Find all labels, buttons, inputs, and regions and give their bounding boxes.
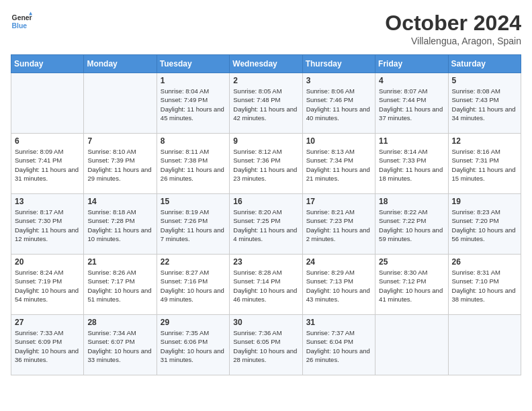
calendar-cell	[11, 73, 84, 134]
day-number: 24	[306, 257, 371, 267]
calendar-cell: 1Sunrise: 8:04 AM Sunset: 7:49 PM Daylig…	[157, 73, 229, 134]
calendar-cell: 9Sunrise: 8:12 AM Sunset: 7:36 PM Daylig…	[230, 134, 302, 194]
calendar-cell: 14Sunrise: 8:18 AM Sunset: 7:28 PM Dayli…	[84, 194, 157, 255]
calendar-cell: 25Sunrise: 8:30 AM Sunset: 7:12 PM Dayli…	[375, 255, 448, 315]
day-info: Sunrise: 8:04 AM Sunset: 7:49 PM Dayligh…	[161, 87, 226, 122]
calendar-cell: 8Sunrise: 8:11 AM Sunset: 7:38 PM Daylig…	[157, 134, 229, 194]
day-number: 18	[379, 197, 444, 206]
day-number: 16	[233, 197, 298, 206]
day-info: Sunrise: 7:37 AM Sunset: 6:04 PM Dayligh…	[306, 328, 371, 364]
calendar-cell: 27Sunrise: 7:33 AM Sunset: 6:09 PM Dayli…	[11, 315, 84, 375]
calendar-cell	[375, 315, 448, 375]
svg-text:Blue: Blue	[12, 22, 28, 30]
day-info: Sunrise: 8:31 AM Sunset: 7:10 PM Dayligh…	[452, 268, 517, 304]
day-number: 2	[233, 76, 298, 85]
day-number: 11	[379, 136, 444, 146]
calendar-cell: 4Sunrise: 8:07 AM Sunset: 7:44 PM Daylig…	[375, 73, 448, 134]
logo-icon: General Blue	[11, 11, 32, 32]
calendar-cell: 12Sunrise: 8:16 AM Sunset: 7:31 PM Dayli…	[448, 134, 521, 194]
day-number: 14	[87, 197, 152, 206]
day-number: 25	[379, 257, 444, 267]
calendar-cell: 11Sunrise: 8:14 AM Sunset: 7:33 PM Dayli…	[375, 134, 448, 194]
calendar-cell: 31Sunrise: 7:37 AM Sunset: 6:04 PM Dayli…	[302, 315, 375, 375]
day-number: 31	[306, 318, 371, 327]
day-info: Sunrise: 8:19 AM Sunset: 7:26 PM Dayligh…	[161, 208, 226, 243]
calendar-week-2: 6Sunrise: 8:09 AM Sunset: 7:41 PM Daylig…	[11, 134, 521, 194]
day-info: Sunrise: 8:11 AM Sunset: 7:38 PM Dayligh…	[161, 147, 226, 183]
calendar-cell: 18Sunrise: 8:22 AM Sunset: 7:22 PM Dayli…	[375, 194, 448, 255]
page-header: General Blue General Blue October 2024 V…	[11, 11, 521, 46]
day-number: 15	[161, 197, 226, 206]
calendar-cell: 23Sunrise: 8:28 AM Sunset: 7:14 PM Dayli…	[230, 255, 302, 315]
day-number: 23	[233, 257, 298, 267]
calendar-header: SundayMondayTuesdayWednesdayThursdayFrid…	[11, 55, 521, 73]
day-info: Sunrise: 8:18 AM Sunset: 7:28 PM Dayligh…	[87, 208, 152, 243]
day-number: 27	[15, 318, 80, 327]
calendar-cell: 30Sunrise: 7:36 AM Sunset: 6:05 PM Dayli…	[230, 315, 302, 375]
day-info: Sunrise: 7:35 AM Sunset: 6:06 PM Dayligh…	[161, 328, 226, 364]
day-info: Sunrise: 8:23 AM Sunset: 7:20 PM Dayligh…	[452, 208, 517, 243]
day-number: 9	[233, 136, 298, 146]
calendar-cell: 17Sunrise: 8:21 AM Sunset: 7:23 PM Dayli…	[302, 194, 375, 255]
day-info: Sunrise: 8:07 AM Sunset: 7:44 PM Dayligh…	[379, 87, 444, 122]
day-number: 1	[161, 76, 226, 85]
day-info: Sunrise: 8:20 AM Sunset: 7:25 PM Dayligh…	[233, 208, 298, 243]
day-number: 29	[161, 318, 226, 327]
day-info: Sunrise: 8:29 AM Sunset: 7:13 PM Dayligh…	[306, 268, 371, 304]
calendar-cell: 7Sunrise: 8:10 AM Sunset: 7:39 PM Daylig…	[84, 134, 157, 194]
day-number: 7	[87, 136, 152, 146]
day-info: Sunrise: 8:06 AM Sunset: 7:46 PM Dayligh…	[306, 87, 371, 122]
day-info: Sunrise: 8:12 AM Sunset: 7:36 PM Dayligh…	[233, 147, 298, 183]
day-number: 10	[306, 136, 371, 146]
calendar-week-1: 1Sunrise: 8:04 AM Sunset: 7:49 PM Daylig…	[11, 73, 521, 134]
day-number: 5	[452, 76, 517, 85]
day-number: 13	[15, 197, 80, 206]
day-header-friday: Friday	[375, 55, 448, 73]
calendar-cell: 5Sunrise: 8:08 AM Sunset: 7:43 PM Daylig…	[448, 73, 521, 134]
day-number: 21	[87, 257, 152, 267]
calendar-cell: 6Sunrise: 8:09 AM Sunset: 7:41 PM Daylig…	[11, 134, 84, 194]
day-header-saturday: Saturday	[448, 55, 521, 73]
title-block: October 2024 Villalengua, Aragon, Spain	[385, 11, 521, 46]
day-number: 26	[452, 257, 517, 267]
calendar-cell	[84, 73, 157, 134]
day-header-wednesday: Wednesday	[230, 55, 302, 73]
day-number: 19	[452, 197, 517, 206]
day-info: Sunrise: 7:33 AM Sunset: 6:09 PM Dayligh…	[15, 328, 80, 364]
day-number: 22	[161, 257, 226, 267]
day-number: 20	[15, 257, 80, 267]
day-number: 30	[233, 318, 298, 327]
calendar-cell: 24Sunrise: 8:29 AM Sunset: 7:13 PM Dayli…	[302, 255, 375, 315]
svg-marker-2	[29, 12, 32, 15]
calendar-cell: 13Sunrise: 8:17 AM Sunset: 7:30 PM Dayli…	[11, 194, 84, 255]
day-info: Sunrise: 8:30 AM Sunset: 7:12 PM Dayligh…	[379, 268, 444, 304]
day-info: Sunrise: 8:16 AM Sunset: 7:31 PM Dayligh…	[452, 147, 517, 183]
day-info: Sunrise: 8:08 AM Sunset: 7:43 PM Dayligh…	[452, 87, 517, 122]
calendar-cell: 21Sunrise: 8:26 AM Sunset: 7:17 PM Dayli…	[84, 255, 157, 315]
svg-text:General: General	[12, 14, 32, 21]
day-info: Sunrise: 8:22 AM Sunset: 7:22 PM Dayligh…	[379, 208, 444, 243]
day-number: 12	[452, 136, 517, 146]
day-info: Sunrise: 8:24 AM Sunset: 7:19 PM Dayligh…	[15, 268, 80, 304]
day-info: Sunrise: 8:05 AM Sunset: 7:48 PM Dayligh…	[233, 87, 298, 122]
calendar-cell: 19Sunrise: 8:23 AM Sunset: 7:20 PM Dayli…	[448, 194, 521, 255]
calendar-cell: 2Sunrise: 8:05 AM Sunset: 7:48 PM Daylig…	[230, 73, 302, 134]
day-header-thursday: Thursday	[302, 55, 375, 73]
day-info: Sunrise: 8:13 AM Sunset: 7:34 PM Dayligh…	[306, 147, 371, 183]
day-info: Sunrise: 8:14 AM Sunset: 7:33 PM Dayligh…	[379, 147, 444, 183]
day-number: 4	[379, 76, 444, 85]
day-info: Sunrise: 8:10 AM Sunset: 7:39 PM Dayligh…	[87, 147, 152, 183]
day-number: 6	[15, 136, 80, 146]
calendar-cell	[448, 315, 521, 375]
calendar-week-5: 27Sunrise: 7:33 AM Sunset: 6:09 PM Dayli…	[11, 315, 521, 375]
day-info: Sunrise: 8:27 AM Sunset: 7:16 PM Dayligh…	[161, 268, 226, 304]
day-number: 17	[306, 197, 371, 206]
day-number: 8	[161, 136, 226, 146]
calendar-cell: 20Sunrise: 8:24 AM Sunset: 7:19 PM Dayli…	[11, 255, 84, 315]
calendar-cell: 22Sunrise: 8:27 AM Sunset: 7:16 PM Dayli…	[157, 255, 229, 315]
calendar-week-4: 20Sunrise: 8:24 AM Sunset: 7:19 PM Dayli…	[11, 255, 521, 315]
day-info: Sunrise: 8:21 AM Sunset: 7:23 PM Dayligh…	[306, 208, 371, 243]
calendar-table: SundayMondayTuesdayWednesdayThursdayFrid…	[11, 54, 521, 375]
day-number: 3	[306, 76, 371, 85]
calendar-cell: 10Sunrise: 8:13 AM Sunset: 7:34 PM Dayli…	[302, 134, 375, 194]
